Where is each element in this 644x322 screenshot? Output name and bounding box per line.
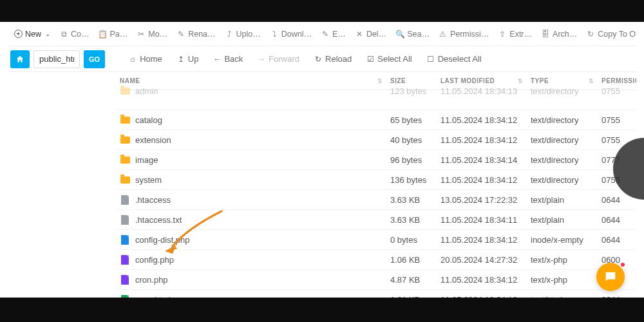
nav-reload[interactable]: ↻Reload [308,52,357,66]
file-name: system [135,175,162,185]
archive-button[interactable]: 🗄Arch… [537,27,581,41]
permissions-button[interactable]: ⚠Permissi… [435,27,493,41]
file-modified: 11.05.2024 18:34:11 [437,210,527,230]
sidebar-spacer [8,72,116,298]
search-icon: 🔍 [395,30,404,39]
extract-icon: ⇪ [498,30,507,39]
file-type: text/html [527,290,598,298]
file-size: 123 bytes [386,81,437,101]
file-type: inode/x-empty [527,230,598,250]
delete-icon: ✕ [355,30,364,39]
delete-label: Del… [366,30,386,39]
extract-button[interactable]: ⇪Extr… [494,27,536,41]
go-button[interactable]: GO [84,50,105,68]
edit-button[interactable]: ✎E… [317,27,350,41]
file-permissions: 0755 [598,110,636,130]
home-icon-button[interactable] [10,50,30,68]
file-name: config-dist.php [135,235,190,245]
file-icon [120,194,130,205]
nav-up[interactable]: ↥Up [171,52,204,66]
paste-button[interactable]: 📋Pa… [95,27,132,41]
folder-icon [120,86,130,96]
deselect-all[interactable]: ☐Deselect All [421,52,487,66]
file-modified: 11.05.2024 18:34:12 [437,110,527,130]
edit-label: E… [332,30,346,39]
select-all-label: Select All [377,54,412,64]
copy-icon: ⧉ [59,30,68,39]
file-type: text/directory [527,110,598,130]
file-icon [120,234,130,245]
content-area: Name⇅ Size Last Modified⇅ Type⇅ Permissi… [8,72,636,298]
deselect-all-label: Deselect All [438,54,482,64]
file-modified: 11.05.2024 18:34:12 [437,170,527,190]
file-type: text/x-php [527,250,598,270]
upload-button[interactable]: ⤴Uplo… [221,27,265,41]
archive-icon: 🗄 [541,30,550,39]
download-button[interactable]: ⤵Downl… [266,27,316,41]
file-type: text/directory [527,170,598,190]
table-row[interactable]: catalog65 bytes11.05.2024 18:34:12text/d… [116,110,636,130]
copy-button[interactable]: ⧉Co… [55,27,93,41]
lock-icon: ⚠ [439,30,448,39]
table-row[interactable]: config.php1.06 KB20.05.2024 14:27:32text… [116,250,636,270]
file-name: cron.php [135,275,168,285]
main-panel: + New ⌄ ⧉Co… 📋Pa… ✂Mo… ✎Rena… ⤴Uplo… ⤵Do… [8,22,636,298]
file-size: 3.63 KB [386,210,437,230]
file-type: text/x-php [527,270,598,290]
navigation-bar: GO ⌂Home ↥Up ←Back →Forward ↻Reload ☑Sel… [8,46,636,72]
file-modified: 11.05.2024 18:34:12 [437,130,527,150]
action-toolbar: + New ⌄ ⧉Co… 📋Pa… ✂Mo… ✎Rena… ⤴Uplo… ⤵Do… [8,22,636,46]
uncheck-icon: ☐ [426,55,435,64]
table-row[interactable]: .htaccess3.63 KB13.05.2024 17:22:32text/… [116,190,636,210]
file-table-wrap: Name⇅ Size Last Modified⇅ Type⇅ Permissi… [116,72,636,298]
check-icon: ☑ [366,55,375,64]
file-modified: 20.05.2024 14:27:32 [437,250,527,270]
home-icon [15,55,24,64]
move-button[interactable]: ✂Mo… [133,27,171,41]
download-label: Downl… [281,30,312,39]
table-row[interactable]: error.html1.61 KB11.05.2024 18:34:12text… [116,290,636,298]
new-button[interactable]: + New ⌄ [10,27,54,41]
chat-fab[interactable] [596,263,625,291]
back-icon: ← [213,55,222,64]
file-permissions: 0644 [598,210,636,230]
copy-to-other-button[interactable]: ↻Copy To Other Acc… [582,27,636,41]
delete-button[interactable]: ✕Del… [351,27,390,41]
rename-icon: ✎ [176,30,185,39]
chat-icon [603,270,618,284]
file-permissions: 0644 [598,230,636,250]
search-button[interactable]: 🔍Sea… [392,27,433,41]
file-manager-window: + New ⌄ ⧉Co… 📋Pa… ✂Mo… ✎Rena… ⤴Uplo… ⤵Do… [0,0,644,322]
table-row[interactable]: cron.php4.87 KB11.05.2024 18:34:12text/x… [116,270,636,290]
table-row[interactable]: extension40 bytes11.05.2024 18:34:12text… [116,130,636,150]
table-row[interactable]: config-dist.php0 bytes11.05.2024 18:34:1… [116,230,636,250]
path-input[interactable] [33,50,80,68]
select-all[interactable]: ☑Select All [361,52,417,66]
file-icon [120,214,130,225]
paste-icon: 📋 [99,30,108,39]
chevron-down-icon: ⌄ [45,30,50,37]
file-name: .htaccess [135,195,171,205]
file-table: Name⇅ Size Last Modified⇅ Type⇅ Permissi… [116,72,636,298]
file-size: 4.87 KB [386,270,437,290]
file-name: extension [135,135,171,145]
nav-back[interactable]: ←Back [207,52,248,66]
up-icon: ↥ [176,55,185,64]
rename-label: Rena… [188,30,215,39]
rename-button[interactable]: ✎Rena… [173,27,219,41]
table-row[interactable]: .htaccess.txt3.63 KB11.05.2024 18:34:11t… [116,210,636,230]
paste-label: Pa… [110,30,128,39]
window-chrome-bottom [0,298,644,322]
file-type: text/directory [527,81,598,101]
window-chrome-top [0,0,644,22]
edit-icon: ✎ [321,30,330,39]
nav-home[interactable]: ⌂Home [123,52,167,66]
file-modified: 11.05.2024 18:34:13 [437,81,527,101]
table-row[interactable]: system136 bytes11.05.2024 18:34:12text/d… [116,170,636,190]
extract-label: Extr… [509,30,532,39]
table-row[interactable]: admin123 bytes11.05.2024 18:34:13text/di… [116,81,636,101]
table-row[interactable]: image96 bytes11.05.2024 18:34:14text/dir… [116,150,636,170]
search-label: Sea… [407,30,430,39]
upload-icon: ⤴ [225,30,234,39]
forward-icon: → [257,55,266,64]
